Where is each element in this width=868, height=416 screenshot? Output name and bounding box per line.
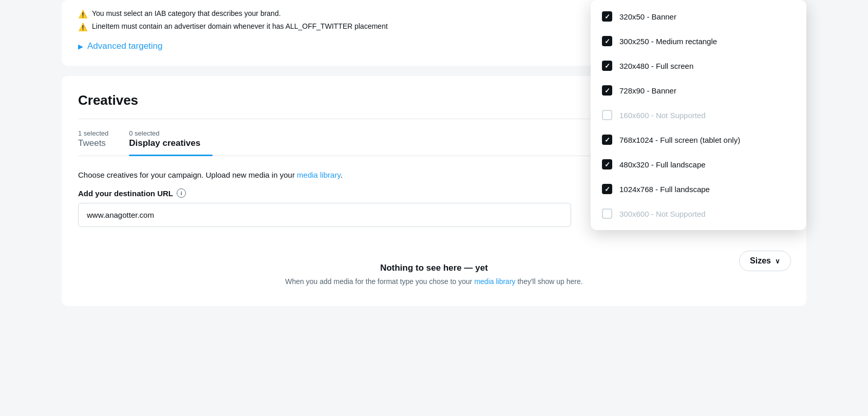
checkbox-728x90[interactable]: [602, 85, 612, 96]
info-icon[interactable]: i: [177, 188, 186, 198]
checkbox-320x480[interactable]: [602, 61, 612, 71]
sizes-button-label: Sizes: [750, 256, 771, 266]
tweets-label: Tweets: [78, 138, 106, 148]
checkbox-160x600: [602, 110, 612, 120]
advanced-targeting-label: Advanced targeting: [87, 41, 163, 51]
dropdown-item-300x600: 300x600 - Not Supported: [591, 201, 806, 226]
display-count: 0 selected: [129, 129, 159, 137]
sizes-button[interactable]: Sizes ∨: [739, 251, 791, 271]
media-library-link[interactable]: media library: [297, 171, 341, 179]
empty-state: Nothing to see here — yet When you add m…: [78, 248, 790, 306]
label-768x1024: 768x1024 - Full screen (tablet only): [619, 136, 740, 144]
page-container: ⚠️ You must select an IAB category that …: [0, 0, 868, 416]
warning-icon-2: ⚠️: [78, 23, 88, 32]
label-728x90: 728x90 - Banner: [619, 86, 676, 95]
label-320x50: 320x50 - Banner: [619, 12, 676, 21]
dropdown-item-320x480[interactable]: 320x480 - Full screen: [591, 53, 806, 78]
display-label: Display creatives: [129, 138, 200, 148]
label-160x600: 160x600 - Not Supported: [619, 111, 706, 120]
chevron-down-icon: ∨: [775, 257, 780, 265]
dropdown-item-300x250[interactable]: 300x250 - Medium rectangle: [591, 29, 806, 53]
empty-subtitle: When you add media for the format type y…: [78, 277, 790, 286]
checkbox-300x600: [602, 209, 612, 219]
label-480x320: 480x320 - Full landscape: [619, 160, 706, 169]
dropdown-item-160x600: 160x600 - Not Supported: [591, 103, 806, 127]
empty-media-library-link[interactable]: media library: [474, 277, 515, 286]
sizes-dropdown: 320x50 - Banner300x250 - Medium rectangl…: [591, 0, 806, 230]
empty-title: Nothing to see here — yet: [78, 263, 790, 273]
label-320x480: 320x480 - Full screen: [619, 62, 693, 70]
label-1024x768: 1024x768 - Full landscape: [619, 185, 710, 194]
dropdown-item-480x320[interactable]: 480x320 - Full landscape: [591, 152, 806, 177]
checkbox-300x250[interactable]: [602, 36, 612, 46]
checkbox-480x320[interactable]: [602, 159, 612, 169]
dropdown-item-768x1024[interactable]: 768x1024 - Full screen (tablet only): [591, 127, 806, 152]
label-300x600: 300x600 - Not Supported: [619, 210, 706, 218]
warning-icon-1: ⚠️: [78, 10, 88, 19]
tweets-count: 1 selected: [78, 129, 108, 137]
destination-url-input[interactable]: [78, 203, 571, 227]
tab-display-creatives[interactable]: 0 selected Display creatives: [129, 129, 213, 156]
error-text-2: LineItem must contain an advertiser doma…: [92, 22, 388, 30]
dropdown-item-1024x768[interactable]: 1024x768 - Full landscape: [591, 177, 806, 201]
checkbox-1024x768[interactable]: [602, 184, 612, 194]
tab-tweets[interactable]: 1 selected Tweets: [78, 129, 121, 156]
label-300x250: 300x250 - Medium rectangle: [619, 37, 717, 46]
dropdown-item-728x90[interactable]: 728x90 - Banner: [591, 78, 806, 103]
error-text-1: You must select an IAB category that des…: [92, 9, 281, 17]
dropdown-item-320x50[interactable]: 320x50 - Banner: [591, 4, 806, 29]
chevron-right-icon: ▶: [78, 43, 83, 50]
checkbox-768x1024[interactable]: [602, 135, 612, 145]
checkbox-320x50[interactable]: [602, 11, 612, 22]
